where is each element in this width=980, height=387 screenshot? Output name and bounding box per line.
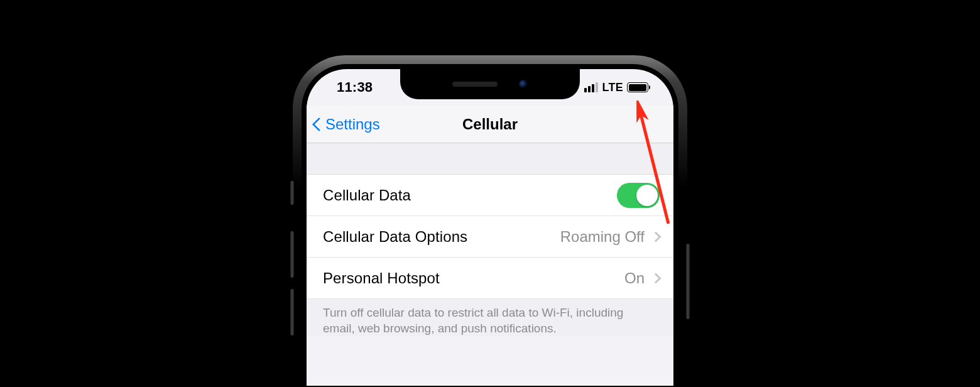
cellular-data-toggle[interactable] bbox=[617, 183, 660, 208]
notch bbox=[400, 69, 580, 99]
cellular-signal-icon bbox=[584, 82, 598, 92]
status-time: 11:38 bbox=[337, 79, 373, 95]
mute-switch bbox=[290, 181, 294, 205]
volume-down-button bbox=[290, 289, 294, 335]
screen: 11:38 LTE Settings Cellular bbox=[307, 69, 673, 386]
row-value: Roaming Off bbox=[560, 228, 645, 246]
row-label: Cellular Data bbox=[323, 187, 411, 204]
volume-up-button bbox=[290, 231, 294, 278]
row-value: On bbox=[624, 270, 645, 287]
chevron-left-icon bbox=[312, 117, 327, 131]
earpiece-speaker bbox=[452, 82, 498, 87]
section-spacer bbox=[307, 143, 673, 175]
row-label: Cellular Data Options bbox=[323, 228, 467, 246]
nav-bar: Settings Cellular bbox=[307, 106, 673, 143]
row-cellular-data[interactable]: Cellular Data bbox=[307, 175, 673, 216]
row-cellular-data-options[interactable]: Cellular Data Options Roaming Off bbox=[307, 216, 673, 258]
side-button bbox=[686, 244, 690, 319]
toggle-knob bbox=[636, 185, 658, 206]
section-footer-text: Turn off cellular data to restrict all d… bbox=[307, 299, 673, 336]
row-label: Personal Hotspot bbox=[323, 270, 440, 287]
back-button[interactable]: Settings bbox=[314, 106, 380, 143]
phone-frame: 11:38 LTE Settings Cellular bbox=[293, 55, 687, 386]
chevron-right-icon bbox=[651, 231, 662, 242]
chevron-right-icon bbox=[651, 273, 662, 283]
front-camera bbox=[519, 80, 528, 89]
network-label: LTE bbox=[602, 81, 623, 94]
row-personal-hotspot[interactable]: Personal Hotspot On bbox=[307, 258, 673, 299]
back-label: Settings bbox=[325, 116, 380, 133]
page-title: Cellular bbox=[462, 116, 518, 133]
battery-icon bbox=[627, 82, 648, 92]
